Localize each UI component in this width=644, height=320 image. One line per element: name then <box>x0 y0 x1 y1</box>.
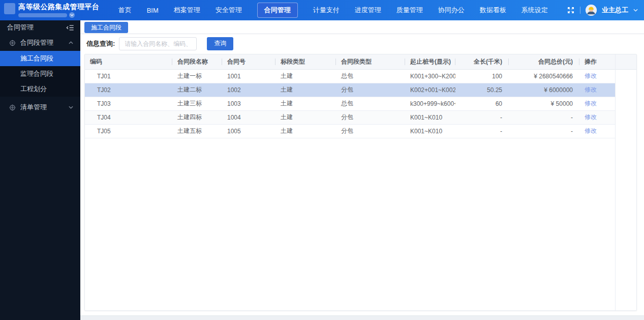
sidebar-title: 合同管理 <box>7 23 34 32</box>
sidebar-group-label: 合同段管理 <box>20 38 53 47</box>
cell-action: 修改 <box>579 124 616 138</box>
column-header: 起止桩号(显示) <box>405 54 455 69</box>
nav-item[interactable]: 安全管理 <box>216 6 242 15</box>
sidebar-group[interactable]: 清单管理 <box>0 99 80 115</box>
cell: ¥ 2680540666 <box>509 69 579 83</box>
sidebar-menu: 合同段管理施工合同段监理合同段工程划分清单管理 <box>0 35 80 115</box>
cell: 土建三标 <box>172 97 222 110</box>
table-body: TJ01土建一标1001土建总包K001+300~K200+300100¥ 26… <box>85 69 636 138</box>
query-button[interactable]: 查询 <box>207 37 233 50</box>
sidebar-item[interactable]: 工程划分 <box>0 81 80 97</box>
search-row: 信息查询: 查询 <box>80 34 644 53</box>
main-area: 施工合同段 信息查询: 查询 编码合同段名称合同号标段类型合同段类型起止桩号(显… <box>80 20 644 320</box>
edit-link[interactable]: 修改 <box>585 113 597 121</box>
edit-link[interactable]: 修改 <box>585 127 597 134</box>
cell: 1004 <box>222 110 275 124</box>
cell-action: 修改 <box>579 69 616 83</box>
header-gutter <box>616 54 636 69</box>
cell: 100 <box>455 69 509 83</box>
column-header: 合同段类型 <box>336 54 405 69</box>
nav-item[interactable]: BIM <box>147 7 159 14</box>
row-gutter <box>616 124 636 138</box>
cell-action: 修改 <box>579 83 616 97</box>
sidebar-group[interactable]: 合同段管理 <box>0 35 80 51</box>
cell: 1002 <box>222 83 275 97</box>
search-input[interactable] <box>119 37 197 50</box>
cell: 土建 <box>275 110 336 124</box>
sidebar: 合同管理 合同段管理施工合同段监理合同段工程划分清单管理 <box>0 20 80 320</box>
cell: - <box>509 124 579 138</box>
cell: 总包 <box>336 97 405 110</box>
user-name[interactable]: 业主总工 <box>602 6 628 15</box>
cell: K001+300~K200+300 <box>405 69 455 83</box>
cell: TJ04 <box>85 110 172 124</box>
table-row[interactable]: TJ04土建四标1004土建分包K001~K010--修改 <box>85 110 636 124</box>
cell: 土建一标 <box>172 69 222 83</box>
user-menu-chevron-icon[interactable] <box>633 9 638 12</box>
chevron-down-icon <box>70 14 74 16</box>
avatar[interactable] <box>586 5 597 16</box>
cell: K001~K010 <box>405 110 455 124</box>
column-header: 合同段名称 <box>172 54 222 69</box>
nav-item[interactable]: 质量管理 <box>396 6 423 15</box>
cell: 1005 <box>222 124 275 138</box>
project-name-pill <box>18 13 67 17</box>
sidebar-submenu: 施工合同段监理合同段工程划分 <box>0 51 80 97</box>
nav-item[interactable]: 计量支付 <box>313 6 340 15</box>
nav-item[interactable]: 进度管理 <box>355 6 381 15</box>
header-divider <box>580 7 580 14</box>
edit-link[interactable]: 修改 <box>585 100 597 107</box>
nav-item[interactable]: 系统设定 <box>522 6 548 15</box>
cell: - <box>455 110 509 124</box>
nav-item[interactable]: 首页 <box>118 6 132 15</box>
table-row[interactable]: TJ05土建五标1005土建分包K001~K010--修改 <box>85 124 636 138</box>
cell: TJ03 <box>85 97 172 110</box>
cell: 土建二标 <box>172 83 222 97</box>
cell: 1001 <box>222 69 275 83</box>
tab-construction-contract[interactable]: 施工合同段 <box>84 22 128 33</box>
cell: 分包 <box>336 124 405 138</box>
nav-item[interactable]: 档案管理 <box>174 6 200 15</box>
cell: k300+999~k600+999 <box>405 97 455 110</box>
chevron-down-icon <box>69 106 73 109</box>
column-header: 全长(千米) <box>455 54 509 69</box>
sidebar-item[interactable]: 监理合同段 <box>0 66 80 81</box>
edit-link[interactable]: 修改 <box>585 86 597 93</box>
cell: TJ05 <box>85 124 172 138</box>
cell: ¥ 50000 <box>509 97 579 110</box>
top-bar: 高等级公路集成管理平台 首页BIM档案管理安全管理合同管理计量支付进度管理质量管… <box>0 0 644 20</box>
cell: K002+001~K002+900 <box>405 83 455 97</box>
fixed-column-divider <box>615 54 616 310</box>
project-selector[interactable] <box>69 12 75 18</box>
top-nav: 首页BIM档案管理安全管理合同管理计量支付进度管理质量管理协同办公数据看板系统设… <box>110 3 557 18</box>
cell: 土建 <box>275 69 336 83</box>
gear-circle-icon <box>9 40 16 46</box>
fullscreen-icon[interactable] <box>567 6 575 14</box>
cell: 分包 <box>336 110 405 124</box>
nav-item[interactable]: 合同管理 <box>257 3 298 18</box>
cell: 土建 <box>275 83 336 97</box>
app-title: 高等级公路集成管理平台 <box>18 3 100 11</box>
footer-strip <box>80 315 644 320</box>
app-logo <box>4 3 15 14</box>
search-label: 信息查询: <box>86 39 115 48</box>
cell: 1003 <box>222 97 275 110</box>
chevron-up-icon <box>69 41 73 44</box>
cell: 总包 <box>336 69 405 83</box>
nav-item[interactable]: 协同办公 <box>438 6 465 15</box>
edit-link[interactable]: 修改 <box>585 72 597 79</box>
table-row[interactable]: TJ03土建三标1003土建总包k300+999~k600+99960¥ 500… <box>85 97 636 110</box>
sidebar-item[interactable]: 施工合同段 <box>0 51 80 66</box>
row-gutter <box>616 97 636 110</box>
sidebar-group-label: 清单管理 <box>20 103 47 112</box>
collapse-menu-icon[interactable] <box>66 24 74 31</box>
column-header: 操作 <box>579 54 616 69</box>
cell: 土建五标 <box>172 124 222 138</box>
cell: - <box>455 124 509 138</box>
table-row[interactable]: TJ02土建二标1002土建分包K002+001~K002+90050.25¥ … <box>85 83 636 97</box>
nav-item[interactable]: 数据看板 <box>480 6 506 15</box>
cell-action: 修改 <box>579 97 616 110</box>
table-row[interactable]: TJ01土建一标1001土建总包K001+300~K200+300100¥ 26… <box>85 69 636 83</box>
row-gutter <box>616 83 636 97</box>
brand: 高等级公路集成管理平台 <box>4 3 100 18</box>
